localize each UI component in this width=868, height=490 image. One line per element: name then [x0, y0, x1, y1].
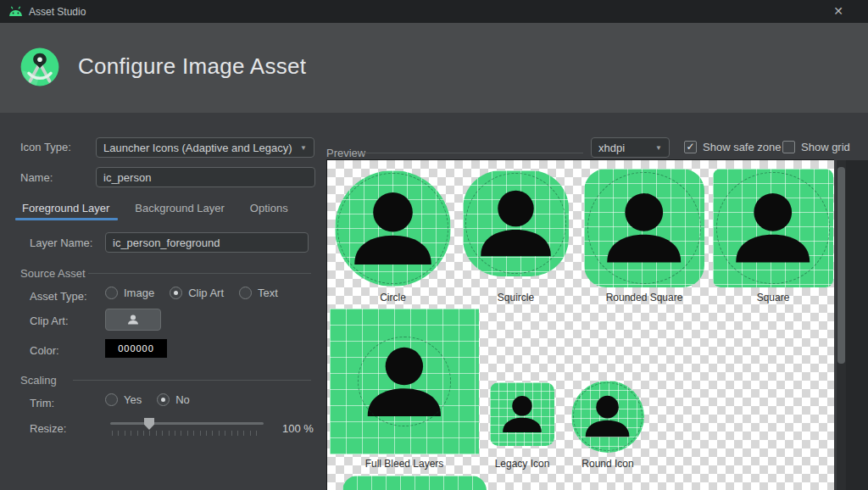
radio-trim-no[interactable]: No — [157, 393, 190, 406]
preview-tile-squircle — [463, 170, 569, 276]
radio-circle-icon — [170, 287, 182, 299]
color-label: Color: — [30, 344, 59, 357]
preview-tile-rounded-square — [584, 169, 704, 287]
dialog-header: Configure Image Asset — [0, 23, 868, 113]
person-icon — [463, 170, 569, 276]
radio-image[interactable]: Image — [105, 287, 154, 299]
color-swatch[interactable]: 000000 — [105, 339, 167, 358]
android-icon — [8, 5, 24, 18]
tile-label: Square — [713, 292, 833, 303]
radio-circle-icon — [105, 287, 118, 299]
section-divider — [73, 380, 311, 381]
tab-options[interactable]: Options — [248, 195, 290, 220]
radio-text[interactable]: Text — [239, 287, 278, 299]
person-icon — [492, 385, 552, 443]
slider-ticks — [112, 431, 262, 436]
tile-label: Circle — [335, 292, 451, 303]
person-icon — [574, 383, 641, 449]
section-divider — [363, 153, 583, 153]
icon-type-dropdown[interactable]: Launcher Icons (Adaptive and Legacy) ▼ — [96, 137, 314, 158]
preview-canvas: Circle Squircle Rounded Square Square Fu… — [326, 159, 834, 490]
checkbox-unchecked-icon — [782, 141, 795, 153]
source-asset-section-label: Source Asset — [20, 267, 86, 280]
asset-type-label: Asset Type: — [30, 290, 87, 303]
scrollbar-thumb[interactable] — [837, 167, 845, 364]
tile-label: Squircle — [463, 292, 569, 303]
layer-tabs: Foreground Layer Background Layer Option… — [20, 195, 290, 220]
radio-circle-icon — [157, 393, 170, 406]
asset-type-radios: Image Clip Art Text — [105, 287, 278, 299]
asset-studio-dialog: Asset Studio ✕ Configure Image Asset Ico… — [0, 0, 868, 490]
show-grid-checkbox[interactable]: Show grid — [782, 141, 850, 153]
trim-radios: Yes No — [105, 393, 190, 406]
trim-label: Trim: — [30, 397, 54, 409]
right-gutter — [846, 160, 868, 490]
tile-label: Full Bleed Layers — [330, 458, 479, 470]
preview-tile-circle — [335, 170, 451, 287]
preview-tile-clipped — [342, 476, 487, 490]
slider-track[interactable] — [110, 422, 264, 425]
density-value: xhdpi — [598, 142, 625, 154]
page-title: Configure Image Asset — [78, 53, 306, 80]
preview-tile-full-bleed — [330, 309, 479, 454]
preview-tile-round — [571, 381, 644, 453]
slider-handle[interactable] — [144, 418, 154, 430]
layer-name-value: ic_person_foreground — [113, 237, 220, 249]
radio-circle-icon — [105, 393, 118, 406]
main-content: Icon Type: Launcher Icons (Adaptive and … — [0, 113, 868, 490]
tile-label: Round Icon — [565, 458, 651, 470]
close-button[interactable]: ✕ — [829, 3, 848, 19]
person-icon — [125, 312, 141, 327]
title-bar: Asset Studio ✕ — [0, 0, 868, 23]
radio-trim-yes[interactable]: Yes — [105, 393, 142, 406]
preview-tile-square — [713, 169, 833, 287]
clip-art-picker-button[interactable] — [105, 309, 161, 331]
tile-label: Rounded Square — [584, 292, 704, 303]
radio-clip-art[interactable]: Clip Art — [170, 287, 224, 299]
android-studio-logo-icon — [19, 46, 61, 88]
person-icon — [348, 326, 461, 437]
show-safe-zone-checkbox[interactable]: ✓ Show safe zone — [684, 141, 782, 153]
resize-slider[interactable] — [110, 418, 264, 440]
name-label: Name: — [20, 171, 53, 184]
name-value: ic_person — [103, 171, 151, 184]
radio-circle-icon — [239, 287, 252, 299]
resize-label: Resize: — [30, 422, 66, 435]
chevron-down-icon: ▼ — [300, 144, 307, 152]
window-title: Asset Studio — [29, 6, 86, 18]
tile-label: Legacy Icon — [478, 458, 566, 470]
section-divider — [88, 273, 311, 274]
name-input[interactable]: ic_person — [96, 167, 315, 187]
preview-scrollbar[interactable] — [837, 160, 846, 490]
person-icon — [335, 170, 451, 287]
preview-section-label: Preview — [326, 147, 365, 159]
resize-value: 100 % — [282, 422, 314, 435]
icon-type-value: Launcher Icons (Adaptive and Legacy) — [103, 142, 292, 154]
layer-name-label: Layer Name: — [30, 237, 92, 249]
tab-foreground-layer[interactable]: Foreground Layer — [20, 195, 111, 220]
layer-name-input[interactable]: ic_person_foreground — [105, 232, 309, 253]
preview-tile-legacy — [490, 382, 554, 446]
person-icon — [716, 172, 829, 284]
checkbox-checked-icon: ✓ — [684, 141, 697, 153]
density-dropdown[interactable]: xhdpi ▼ — [591, 137, 670, 158]
clip-art-label: Clip Art: — [30, 315, 69, 327]
person-icon — [587, 172, 700, 284]
tab-background-layer[interactable]: Background Layer — [133, 195, 226, 220]
scaling-section-label: Scaling — [20, 374, 57, 387]
chevron-down-icon: ▼ — [655, 144, 662, 152]
icon-type-label: Icon Type: — [20, 141, 71, 153]
